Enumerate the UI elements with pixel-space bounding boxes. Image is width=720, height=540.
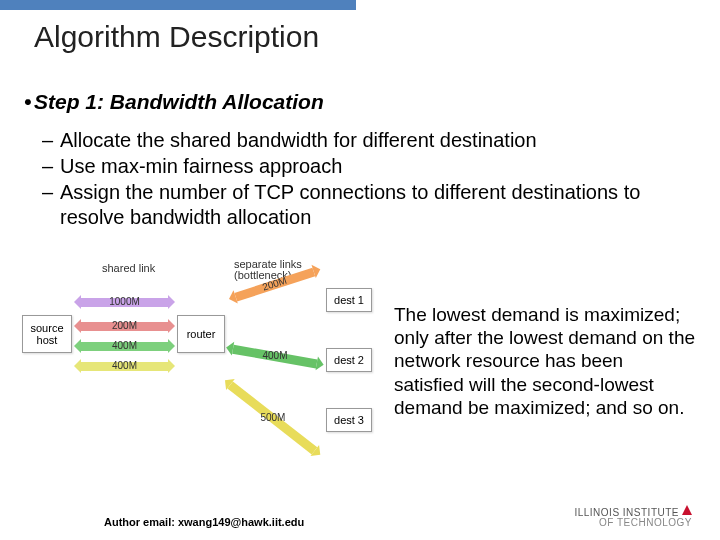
bottleneck-arrow-400m: 400M xyxy=(228,341,322,372)
slide-title: Algorithm Description xyxy=(34,20,319,54)
source-host-box: source host xyxy=(22,315,72,353)
logo-triangle-icon xyxy=(682,505,692,517)
bullet-dot: • xyxy=(24,90,31,114)
sub-bullet-1: –Allocate the shared bandwidth for diffe… xyxy=(60,128,670,153)
sub-bullet-3: –Assign the number of TCP connections to… xyxy=(60,180,670,230)
description-text: The lowest demand is maximized; only aft… xyxy=(394,303,696,419)
bottleneck-arrow-500m: 500M xyxy=(222,377,322,460)
step-heading: • Step 1: Bandwidth Allocation xyxy=(34,90,324,114)
shared-arrow-200m: 200M xyxy=(77,319,172,334)
accent-bar xyxy=(0,0,356,10)
shared-arrow-400m-b: 400M xyxy=(77,359,172,374)
dest-2-box: dest 2 xyxy=(326,348,372,372)
step-text: Step 1: Bandwidth Allocation xyxy=(34,90,324,113)
logo-line-2: OF TECHNOLOGY xyxy=(574,518,692,528)
shared-arrow-400m-a: 400M xyxy=(77,339,172,354)
dest-1-box: dest 1 xyxy=(326,288,372,312)
router-box: router xyxy=(177,315,225,353)
iit-logo: ILLINOIS INSTITUTE OF TECHNOLOGY xyxy=(574,505,692,528)
dest-3-box: dest 3 xyxy=(326,408,372,432)
svg-marker-0 xyxy=(682,505,692,515)
shared-arrow-1000m: 1000M xyxy=(77,295,172,310)
shared-link-label: shared link xyxy=(102,262,155,274)
network-diagram: shared link separate links (bottleneck) … xyxy=(22,265,392,460)
sub-bullet-2: –Use max-min fairness approach xyxy=(60,154,670,179)
author-email: Author email: xwang149@hawk.iit.edu xyxy=(104,516,304,528)
